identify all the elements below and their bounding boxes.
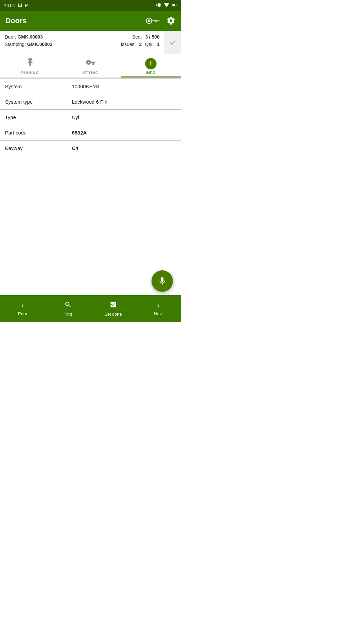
prior-button[interactable]: ‹ Prior <box>0 295 45 322</box>
issues-value: 3 <box>139 42 142 47</box>
check-square-icon <box>110 301 117 310</box>
set-done-button[interactable]: Set done <box>90 295 136 322</box>
table-cell-value: 10000KEYS <box>67 79 181 94</box>
table-row: Part code6532A <box>0 125 181 141</box>
tab-pinning-label: PINNING <box>21 71 39 75</box>
check-button[interactable] <box>164 31 181 54</box>
seq-value: 3 / 500 <box>145 34 160 40</box>
vibrate-icon <box>156 2 162 9</box>
parking-icon: P <box>25 3 28 8</box>
status-time: 16:04 <box>4 3 15 8</box>
battery-icon <box>172 2 177 9</box>
table-cell-value: Lockwood 6 Pin <box>67 94 181 110</box>
table-row: TypeCyl <box>0 110 181 125</box>
table-row: System typeLockwood 6 Pin <box>0 94 181 110</box>
door-label: Door: <box>5 34 16 40</box>
microphone-button[interactable] <box>152 270 173 292</box>
table-cell-field: System type <box>0 94 67 110</box>
table-row: System10000KEYS <box>0 79 181 94</box>
info-content: System10000KEYSSystem typeLockwood 6 Pin… <box>0 78 181 156</box>
table-cell-field: Type <box>0 110 67 125</box>
svg-rect-2 <box>172 4 175 6</box>
photo-icon: 🖼 <box>18 3 22 8</box>
svg-rect-1 <box>176 4 177 5</box>
find-button[interactable]: Find <box>45 295 90 322</box>
keying-icon <box>86 58 95 69</box>
set-done-label: Set done <box>104 312 122 317</box>
stamping-value: GMK.00003 <box>27 42 52 47</box>
table-cell-value: C4 <box>67 141 181 156</box>
chevron-right-icon: › <box>157 301 160 310</box>
table-cell-field: System <box>0 79 67 94</box>
table-cell-field: Keyway <box>0 141 67 156</box>
app-header: Doors <box>0 11 181 31</box>
stamping-label: Stamping: <box>5 42 26 47</box>
status-bar: 16:04 🖼 P <box>0 0 181 11</box>
tab-keying[interactable]: KEYING <box>60 54 121 77</box>
pinning-icon <box>25 58 35 69</box>
bottom-navigation: ‹ Prior Find Set done › Next <box>0 295 181 322</box>
app-title: Doors <box>5 16 27 25</box>
wifi-icon <box>164 3 170 8</box>
table-cell-value: Cyl <box>67 110 181 125</box>
svg-marker-8 <box>159 20 161 22</box>
info-icon: i <box>145 58 157 69</box>
door-value: GMK.00003 <box>17 34 43 40</box>
qty-label: Qty: <box>145 42 154 47</box>
tab-info-label: INFO <box>146 71 156 75</box>
key-forward-button[interactable] <box>146 16 161 26</box>
tab-keying-label: KEYING <box>82 71 99 75</box>
tab-bar: PINNING KEYING i INFO <box>0 54 181 78</box>
seq-label: Seq: <box>132 34 142 40</box>
tab-info[interactable]: i INFO <box>121 54 181 77</box>
svg-point-4 <box>148 19 150 22</box>
prior-label: Prior <box>18 311 27 316</box>
search-icon <box>64 301 72 310</box>
qty-value: 1 <box>157 42 160 47</box>
tab-pinning[interactable]: PINNING <box>0 54 60 77</box>
settings-button[interactable] <box>166 16 176 25</box>
chevron-left-icon: ‹ <box>21 301 24 310</box>
issues-label: Issues: <box>121 42 135 47</box>
info-table: System10000KEYSSystem typeLockwood 6 Pin… <box>0 78 181 156</box>
door-info-bar: Door: GMK.00003 Seq: 3 / 500 Stamping: G… <box>0 31 181 54</box>
table-row: KeywayC4 <box>0 141 181 156</box>
table-cell-field: Part code <box>0 125 67 141</box>
next-label: Next <box>154 311 163 316</box>
next-button[interactable]: › Next <box>136 295 181 322</box>
find-label: Find <box>64 312 72 317</box>
table-cell-value: 6532A <box>67 125 181 141</box>
